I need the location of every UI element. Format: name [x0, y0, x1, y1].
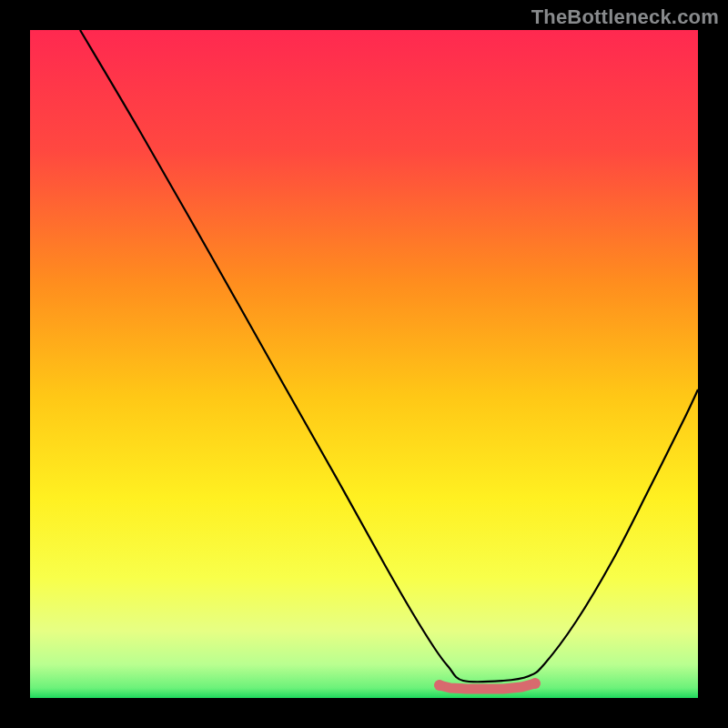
curve-layer	[30, 30, 698, 698]
bottleneck-curve	[80, 30, 698, 682]
chart-frame: TheBottleneck.com	[0, 0, 728, 728]
endpoint-dot	[434, 680, 445, 691]
endpoint-dot	[530, 678, 541, 689]
optimum-segment	[440, 683, 535, 689]
watermark-label: TheBottleneck.com	[531, 5, 719, 29]
plot-area	[30, 30, 698, 698]
